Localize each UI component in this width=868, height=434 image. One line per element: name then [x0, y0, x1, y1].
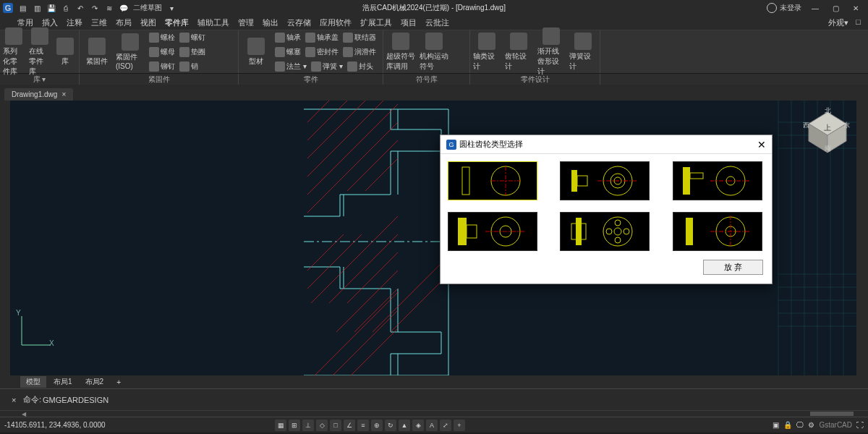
ribbon-small-item[interactable]: 螺母	[149, 47, 175, 57]
misc-toggle[interactable]: +	[454, 420, 465, 431]
ribbon-big-4-1[interactable]: 齿轮设计	[505, 33, 532, 72]
ribbon-small-item[interactable]: 联结器	[343, 33, 376, 43]
command-line[interactable]: × 命令: GMGEARDESIGN	[0, 388, 868, 410]
ribbon-big-4-3[interactable]: 弹簧设计	[569, 33, 597, 72]
3d-toggle[interactable]: ◈	[412, 420, 424, 431]
layout-tab-3[interactable]: +	[111, 378, 127, 387]
close-button[interactable]: ✕	[849, 3, 862, 13]
ribbon-big-0-2[interactable]: 库	[54, 38, 76, 67]
layers-icon[interactable]: ≋	[104, 3, 114, 13]
gear-type-2[interactable]	[560, 161, 650, 200]
osnap-toggle[interactable]: □	[330, 420, 341, 431]
menu-tab-3[interactable]: 三维	[91, 17, 107, 28]
ribbon-big-3-1[interactable]: 机构运动符号	[420, 33, 448, 72]
ribbon-group-label[interactable]: 紧固件	[80, 74, 239, 85]
ribbon-group-label[interactable]: 零件设计	[470, 74, 600, 85]
menu-tab-5[interactable]: 视图	[140, 17, 156, 28]
scale-toggle[interactable]: ⤢	[440, 420, 451, 431]
ribbon-small-item[interactable]: 法兰 ▾	[275, 61, 307, 72]
horizontal-scrollbar[interactable]	[810, 412, 854, 416]
ribbon-small-item[interactable]: 弹簧 ▾	[311, 61, 343, 72]
cycle-toggle[interactable]: ↻	[385, 420, 396, 431]
otrack-toggle[interactable]: ∠	[344, 420, 355, 431]
gear-type-5[interactable]	[560, 212, 650, 251]
ribbon-big-4-2[interactable]: 渐开线齿形设计	[537, 27, 565, 77]
ribbon-big-0-1[interactable]: 在线零件库	[29, 27, 51, 77]
dialog-close-button[interactable]: ✕	[757, 139, 766, 150]
gear-type-4[interactable]	[448, 212, 537, 251]
login-status[interactable]: 未登录	[767, 3, 801, 13]
grid-toggle[interactable]: ▦	[275, 420, 286, 431]
menu-tab-2[interactable]: 注释	[67, 17, 82, 28]
iso-toggle[interactable]: ▲	[399, 420, 410, 431]
monitor-icon[interactable]: 🖵	[796, 421, 804, 429]
ribbon-small-item[interactable]: 封头	[347, 61, 373, 72]
ribbon-group-label[interactable]: 零件	[239, 74, 383, 85]
workspace-label[interactable]: 二维草图	[133, 3, 162, 13]
ribbon-group-label[interactable]: 库 ▾	[0, 74, 80, 85]
ribbon-small-item[interactable]: 垫圈	[179, 47, 205, 57]
view-cube[interactable]: 上 北 东 西 南	[804, 109, 851, 156]
cmd-close-icon[interactable]: ×	[12, 396, 20, 404]
redo-icon[interactable]: ↷	[90, 3, 100, 13]
lock-icon[interactable]: 🔒	[783, 421, 792, 429]
ribbon-small-item[interactable]: 润滑件	[343, 47, 376, 57]
ribbon-small-item[interactable]: 螺塞	[275, 47, 301, 57]
menu-tab-8[interactable]: 管理	[238, 17, 254, 28]
ribbon-small-item[interactable]: 密封件	[305, 47, 339, 57]
lwt-toggle[interactable]: ≡	[357, 420, 369, 431]
ribbon-small-item[interactable]: 螺钉	[179, 33, 205, 43]
ortho-toggle[interactable]: ⊥	[302, 420, 314, 431]
menu-tab-10[interactable]: 云存储	[287, 17, 311, 28]
menu-tab-4[interactable]: 布局	[116, 17, 132, 28]
ribbon-small-item[interactable]: 轴承盖	[305, 33, 339, 43]
layout-tab-2[interactable]: 布局2	[80, 376, 110, 388]
minimize-button[interactable]: —	[809, 3, 822, 13]
menu-tab-9[interactable]: 输出	[263, 17, 278, 28]
expand-icon[interactable]: ⛶	[856, 421, 864, 429]
layout-tab-1[interactable]: 布局1	[48, 376, 78, 388]
gear-type-6[interactable]	[673, 212, 762, 251]
ribbon-group-label[interactable]: 符号库	[383, 74, 470, 85]
ribbon-big-4-0[interactable]: 轴类设计	[473, 33, 501, 72]
model-space-toggle[interactable]: ▣	[773, 421, 779, 429]
settings-icon[interactable]: ⚙	[808, 421, 814, 429]
undo-icon[interactable]: ↶	[75, 3, 85, 13]
tab-close-icon[interactable]: ×	[61, 90, 66, 98]
layout-tab-0[interactable]: 模型	[20, 376, 46, 388]
polar-toggle[interactable]: ◇	[316, 420, 328, 431]
save-icon[interactable]: 💾	[46, 3, 56, 13]
menu-tab-6[interactable]: 零件库	[165, 17, 189, 28]
open-icon[interactable]: ▥	[32, 3, 42, 13]
dropdown-icon[interactable]: ▾	[166, 3, 176, 13]
menubar-right-1[interactable]: □	[856, 17, 861, 28]
anno-toggle[interactable]: A	[426, 420, 438, 431]
gear-type-1[interactable]	[448, 161, 537, 200]
ribbon-big-1-1[interactable]: 紧固件(ISO)	[116, 33, 145, 70]
chat-icon[interactable]: 💬	[119, 3, 129, 13]
print-icon[interactable]: ⎙	[61, 3, 71, 13]
ribbon-big-2-0[interactable]: 型材	[242, 38, 271, 67]
layout-scroll-left[interactable]: ◀	[22, 411, 26, 417]
menu-tab-14[interactable]: 云批注	[425, 17, 449, 28]
ribbon-big-0-0[interactable]: 系列化零件库	[3, 27, 25, 77]
menu-tab-11[interactable]: 应用软件	[320, 17, 352, 28]
dialog-cancel-button[interactable]: 放 弃	[703, 260, 763, 275]
document-tab-active[interactable]: Drawing1.dwg ×	[4, 88, 73, 101]
maximize-button[interactable]: ▢	[829, 3, 842, 13]
ribbon-big-1-0[interactable]: 紧固件	[82, 38, 111, 67]
dialog-titlebar[interactable]: G 圆柱齿轮类型选择 ✕	[441, 135, 772, 154]
gear-type-3[interactable]	[673, 161, 762, 200]
dyn-toggle[interactable]: ⊕	[371, 420, 383, 431]
ribbon-small-item[interactable]: 螺栓	[149, 33, 175, 43]
snap-toggle[interactable]: ⊞	[289, 420, 300, 431]
ribbon-small-item[interactable]: 铆钉	[149, 61, 175, 72]
new-icon[interactable]: ▤	[17, 3, 27, 13]
menu-tab-12[interactable]: 扩展工具	[360, 17, 392, 28]
menu-tab-13[interactable]: 项目	[401, 17, 417, 28]
ribbon-big-3-0[interactable]: 超级符号库调用	[386, 33, 415, 72]
ribbon-small-item[interactable]: 销	[179, 61, 198, 72]
ribbon-small-item[interactable]: 轴承	[275, 33, 301, 43]
menu-tab-7[interactable]: 辅助工具	[197, 17, 229, 28]
menubar-right-0[interactable]: 外观▾	[828, 17, 848, 28]
